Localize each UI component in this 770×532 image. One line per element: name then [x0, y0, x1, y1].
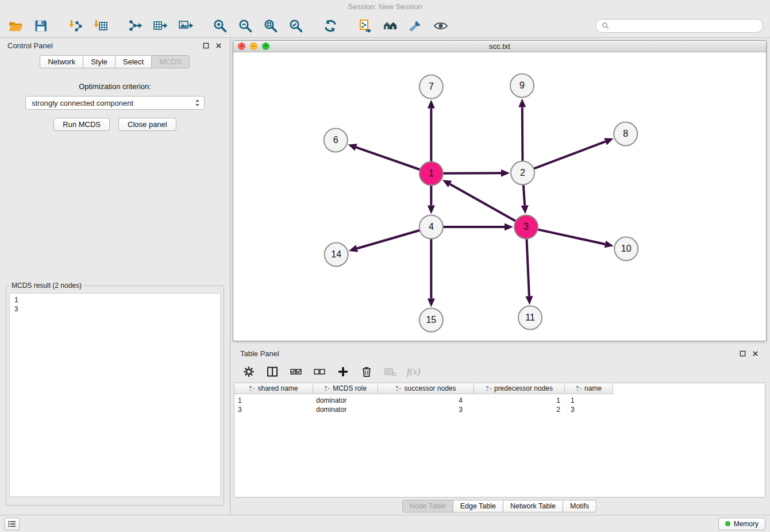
table-cell[interactable]: 4 [378, 396, 474, 404]
graph-node-8[interactable]: 8 [614, 122, 637, 146]
memory-button[interactable]: Memory [718, 518, 765, 530]
delete-row-button[interactable] [360, 365, 374, 379]
apply-layout-button[interactable] [322, 17, 339, 34]
graph-edge-2-3[interactable] [521, 184, 529, 214]
table-row[interactable]: 1dominator411 [234, 396, 765, 405]
control-panel-header: Control Panel [0, 38, 230, 53]
import-table-icon [93, 18, 108, 33]
import-table-button[interactable] [92, 17, 109, 34]
zoom-fit-button[interactable] [262, 17, 279, 34]
zoom-window-button[interactable] [262, 43, 270, 50]
graph-node-4[interactable]: 4 [419, 215, 443, 239]
column-header-name[interactable]: name [565, 383, 613, 394]
zoom-in-button[interactable] [211, 17, 229, 34]
window-titlebar[interactable]: Session: New Session [0, 0, 770, 14]
zoom-out-button[interactable] [237, 17, 254, 34]
table-row[interactable]: 3dominator323 [234, 405, 765, 414]
network-canvas[interactable]: 7968124314101511 [233, 52, 766, 341]
table-cell[interactable]: 2 [474, 406, 565, 414]
table-cell[interactable]: 1 [234, 396, 313, 404]
import-network-button[interactable] [67, 17, 84, 34]
graph-edge-1-6[interactable] [348, 144, 420, 169]
float-control-panel-button[interactable] [202, 42, 210, 49]
show-hide-button[interactable] [432, 17, 449, 34]
split-columns-button[interactable] [265, 365, 279, 379]
table-cell[interactable]: 3 [378, 406, 474, 414]
graph-edge-4-14[interactable] [349, 230, 420, 252]
mcds-result-box: MCDS result (2 nodes) 1 3 [6, 282, 224, 506]
tab-edge-table[interactable]: Edge Table [453, 500, 503, 512]
graph-edge-3-11[interactable] [525, 238, 533, 304]
graph-node-3[interactable]: 3 [514, 215, 538, 239]
graph-node-label: 8 [623, 129, 628, 139]
graph-node-11[interactable]: 11 [518, 306, 542, 330]
graph-node-14[interactable]: 14 [325, 243, 348, 267]
table-cell[interactable]: 3 [234, 406, 313, 414]
graph-node-2[interactable]: 2 [511, 161, 534, 185]
zoom-selected-button[interactable] [287, 17, 305, 34]
graph-edge-1-7[interactable] [428, 100, 435, 162]
graph-node-6[interactable]: 6 [324, 129, 348, 152]
hide-table-panel-button[interactable] [752, 350, 759, 357]
close-window-button[interactable] [238, 43, 245, 50]
panel-selector-button[interactable] [5, 518, 20, 530]
export-network-button[interactable] [126, 17, 144, 34]
table-cell[interactable]: 1 [474, 396, 565, 404]
criterion-dropdown[interactable]: strongly connected component [25, 96, 205, 110]
table-cell[interactable]: 3 [565, 406, 613, 414]
search-input[interactable] [613, 22, 757, 30]
tab-motifs[interactable]: Motifs [563, 500, 596, 512]
select-all-checkboxes-button[interactable] [289, 365, 303, 379]
column-type-icon [576, 385, 582, 392]
graph-node-7[interactable]: 7 [419, 75, 443, 99]
graph-edge-2-8[interactable] [534, 138, 614, 168]
open-session-button[interactable] [7, 17, 24, 34]
graph-edge-1-4[interactable] [428, 186, 435, 214]
save-session-button[interactable] [32, 17, 49, 34]
add-row-button[interactable] [336, 365, 350, 379]
delete-table-button[interactable] [383, 365, 397, 379]
graph-edge-3-1[interactable] [442, 180, 516, 221]
tab-network[interactable]: Network [40, 55, 83, 68]
table-cell[interactable]: dominator [313, 396, 378, 404]
column-header-predecessor-nodes[interactable]: predecessor nodes [474, 383, 565, 394]
tab-select[interactable]: Select [115, 55, 152, 68]
column-header-shared-name[interactable]: shared name [234, 383, 313, 394]
table-settings-button[interactable] [242, 365, 256, 379]
network-window-titlebar[interactable]: scc.txt [233, 41, 766, 52]
table-settings-icon [242, 365, 255, 378]
graph-edge-3-10[interactable] [538, 229, 614, 248]
deselect-all-checkboxes-button[interactable] [313, 365, 326, 379]
table-cell[interactable]: 1 [565, 396, 613, 404]
float-table-panel-button[interactable] [739, 350, 746, 357]
graph-node-1[interactable]: 1 [419, 162, 443, 186]
graph-node-10[interactable]: 10 [614, 237, 638, 261]
graph-edge-4-15[interactable] [428, 239, 435, 307]
clone-network-button[interactable] [356, 17, 374, 34]
hide-control-panel-button[interactable] [215, 42, 222, 49]
tab-network-table[interactable]: Network Table [503, 500, 563, 512]
mcds-result-list[interactable]: 1 3 [9, 293, 221, 497]
tab-node-table[interactable]: Node Table [402, 500, 453, 512]
graph-edge-2-9[interactable] [518, 98, 526, 161]
column-header-MCDS-role[interactable]: MCDS role [313, 383, 378, 394]
close-mcds-panel-button[interactable]: Close panel [118, 118, 176, 131]
search-box[interactable] [595, 19, 763, 33]
graph-edge-1-2[interactable] [443, 169, 510, 177]
tab-mcds[interactable]: MCDS [151, 55, 189, 68]
table-cell[interactable]: dominator [313, 406, 378, 414]
graph-edge-4-3[interactable] [443, 223, 513, 231]
graph-node-9[interactable]: 9 [510, 74, 534, 98]
table-panel-header: Table Panel [233, 346, 767, 361]
minimize-window-button[interactable] [250, 43, 257, 50]
export-image-button[interactable] [177, 17, 194, 34]
run-mcds-button[interactable]: Run MCDS [53, 118, 110, 131]
function-builder-button[interactable]: f(x) [407, 365, 421, 379]
graph-node-15[interactable]: 15 [419, 309, 443, 332]
window-title: Session: New Session [348, 2, 422, 11]
export-table-button[interactable] [152, 17, 169, 34]
style-brush-button[interactable] [407, 17, 424, 34]
first-neighbors-button[interactable] [382, 17, 399, 34]
tab-style[interactable]: Style [83, 55, 116, 68]
column-header-successor-nodes[interactable]: successor nodes [378, 383, 474, 394]
